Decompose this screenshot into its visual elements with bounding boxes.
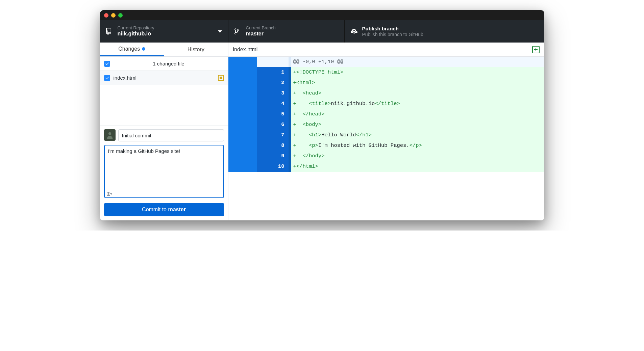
code-content: + <body> — [291, 119, 544, 130]
code-content: + <head> — [291, 88, 544, 99]
toolbar-end — [532, 20, 544, 43]
line-number: 2 — [257, 78, 289, 88]
changed-files-count: 1 changed file — [114, 61, 224, 66]
chevron-down-icon — [218, 30, 222, 33]
code-content: +<html> — [291, 78, 544, 88]
user-avatar[interactable] — [104, 129, 116, 141]
file-row[interactable]: index.html — [100, 71, 228, 85]
publish-subtitle: Publish this branch to GitHub — [362, 32, 423, 37]
diff-line[interactable]: 1+<!DOCTYPE html> — [228, 67, 544, 78]
publish-title: Publish branch — [362, 25, 423, 32]
changed-files-header: 1 changed file — [100, 57, 228, 71]
hunk-header-text: @@ -0,0 +1,10 @@ — [291, 57, 544, 67]
diff-body: @@ -0,0 +1,10 @@ 1+<!DOCTYPE html>2+<htm… — [228, 57, 544, 172]
line-number: 1 — [257, 67, 289, 78]
diff-line[interactable]: 9+ </body> — [228, 151, 544, 161]
diff-line[interactable]: 8+ <p>I'm hosted with GitHub Pages.</p> — [228, 140, 544, 151]
app-window: Current Repository niik.github.io Curren… — [100, 10, 544, 220]
commit-button-prefix: Commit to — [142, 207, 168, 212]
publish-branch-button[interactable]: Publish branch Publish this branch to Gi… — [345, 20, 532, 43]
file-checkbox[interactable] — [104, 75, 110, 81]
branch-label: Current Branch — [246, 25, 276, 31]
toolbar: Current Repository niik.github.io Curren… — [100, 20, 544, 43]
svg-point-1 — [107, 192, 109, 194]
plus-icon — [534, 48, 538, 52]
sidebar-tabs: Changes History — [100, 43, 228, 57]
line-number: 8 — [257, 140, 289, 151]
file-name: index.html — [114, 75, 215, 81]
code-content: + </body> — [291, 151, 544, 161]
tab-changes-label: Changes — [118, 46, 140, 52]
branch-name: master — [246, 30, 276, 37]
expand-diff-button[interactable] — [532, 46, 540, 53]
line-number: 10 — [257, 161, 289, 172]
zoom-window-button[interactable] — [118, 13, 123, 18]
commit-summary-input[interactable] — [118, 129, 224, 141]
code-content: +</html> — [291, 161, 544, 172]
code-content: + <h1>Hello World</h1> — [291, 130, 544, 140]
svg-point-0 — [108, 132, 111, 135]
commit-panel: I'm making a GitHub Pages site! Commit t… — [100, 126, 228, 220]
add-coauthor-icon[interactable] — [107, 191, 113, 197]
code-content: +<!DOCTYPE html> — [291, 67, 544, 78]
check-icon — [105, 62, 109, 66]
line-number: 6 — [257, 119, 289, 130]
repository-label: Current Repository — [118, 25, 154, 31]
branch-selector[interactable]: Current Branch master — [228, 20, 345, 43]
tab-history[interactable]: History — [164, 43, 228, 56]
close-window-button[interactable] — [104, 13, 108, 18]
sidebar: Changes History 1 changed file index.htm… — [100, 43, 228, 220]
minimize-window-button[interactable] — [111, 13, 116, 18]
diff-line[interactable]: 6+ <body> — [228, 119, 544, 130]
main-body: Changes History 1 changed file index.htm… — [100, 43, 544, 220]
commit-button[interactable]: Commit to master — [104, 203, 224, 216]
changes-indicator-dot — [142, 47, 145, 51]
code-content: + <p>I'm hosted with GitHub Pages.</p> — [291, 140, 544, 151]
commit-button-branch: master — [168, 207, 185, 212]
diff-line[interactable]: 5+ </head> — [228, 109, 544, 119]
tab-history-label: History — [188, 47, 204, 53]
diff-hunk-header: @@ -0,0 +1,10 @@ — [228, 57, 544, 67]
line-number: 9 — [257, 151, 289, 161]
line-number: 4 — [257, 99, 289, 109]
tab-changes[interactable]: Changes — [100, 43, 164, 56]
cloud-upload-icon — [351, 28, 357, 35]
repository-icon — [106, 28, 113, 35]
diff-header: index.html — [228, 43, 544, 57]
diff-line[interactable]: 3+ <head> — [228, 88, 544, 99]
line-number: 3 — [257, 88, 289, 99]
code-content: + </head> — [291, 109, 544, 119]
line-number: 5 — [257, 109, 289, 119]
select-all-checkbox[interactable] — [104, 61, 110, 67]
code-content: + <title>niik.github.io</title> — [291, 99, 544, 109]
diff-line[interactable]: 4+ <title>niik.github.io</title> — [228, 99, 544, 109]
titlebar — [100, 10, 544, 20]
check-icon — [105, 76, 109, 80]
diff-filename: index.html — [233, 47, 258, 53]
diff-line[interactable]: 2+<html> — [228, 78, 544, 88]
git-branch-icon — [234, 28, 241, 35]
repository-name: niik.github.io — [118, 30, 154, 37]
line-number: 7 — [257, 130, 289, 140]
diff-line[interactable]: 7+ <h1>Hello World</h1> — [228, 130, 544, 140]
diff-line[interactable]: 10+</html> — [228, 161, 544, 172]
commit-description-input[interactable]: I'm making a GitHub Pages site! — [104, 145, 224, 198]
repository-selector[interactable]: Current Repository niik.github.io — [100, 20, 228, 43]
diff-view: index.html @@ -0,0 +1,10 @@ 1+<!DOCTYPE … — [228, 43, 544, 220]
file-status-modified-icon — [218, 75, 224, 81]
